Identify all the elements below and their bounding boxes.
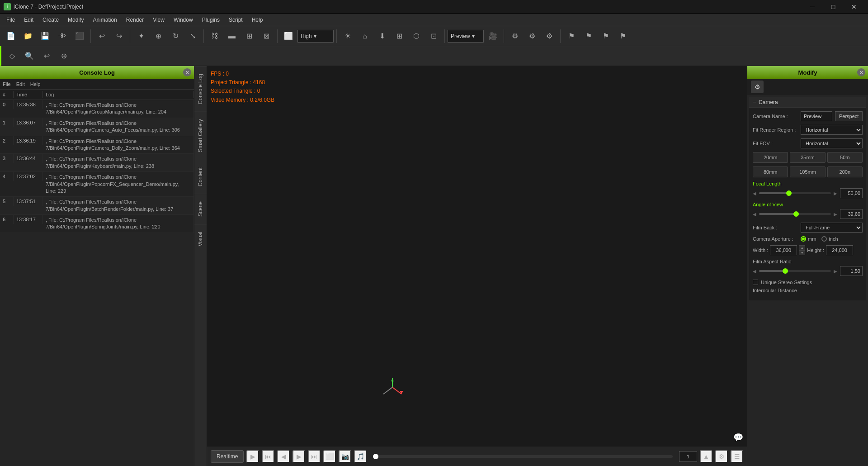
redo-button[interactable]: ↪ xyxy=(111,28,127,44)
menu-item-edit[interactable]: Edit xyxy=(19,15,38,25)
width-up[interactable]: ▲ xyxy=(799,245,805,250)
width-down[interactable]: ▼ xyxy=(799,250,805,255)
aperture-mm-radio[interactable] xyxy=(801,236,806,242)
log-row[interactable]: 3 13:36:44 , File: C:/Program Files/Real… xyxy=(0,154,194,172)
aperture-inch-radio[interactable] xyxy=(821,236,827,242)
film-back-dropdown[interactable]: Full-Frame xyxy=(801,223,863,233)
undo-button[interactable]: ↩ xyxy=(94,28,110,44)
film-aspect-input[interactable] xyxy=(840,266,863,276)
focal-35mm[interactable]: 35mm xyxy=(790,152,825,163)
frame-up[interactable]: ▲ xyxy=(700,450,712,463)
timeline-area[interactable] xyxy=(373,455,673,458)
side-tab-visual[interactable]: Visual xyxy=(194,224,207,253)
minimize-button[interactable]: ─ xyxy=(802,0,823,14)
aperture-mm-option[interactable]: mm xyxy=(801,236,816,242)
side-tab-scene[interactable]: Scene xyxy=(194,194,207,224)
angle-of-view-slider[interactable] xyxy=(759,213,831,215)
rotate-button[interactable]: ↻ xyxy=(167,28,184,44)
export-button[interactable]: ⬛ xyxy=(71,28,88,44)
focal-arrow-left[interactable]: ◀ xyxy=(753,191,756,196)
char-btn1[interactable]: ⚙ xyxy=(507,28,523,44)
focal-20mm[interactable]: 20mm xyxy=(753,152,788,163)
menu-item-help[interactable]: Help xyxy=(247,15,268,25)
unique-stereo-checkbox[interactable] xyxy=(753,280,758,285)
record-button[interactable]: ⬜ xyxy=(323,450,336,463)
modify-tab-settings[interactable]: ⚙ xyxy=(751,81,764,93)
log-row[interactable]: 0 13:35:38 , File: C:/Program Files/Real… xyxy=(0,100,194,118)
tb2-btn4[interactable]: ⊕ xyxy=(56,48,72,64)
mirror-button[interactable]: ⊞ xyxy=(241,28,257,44)
tb2-btn3[interactable]: ↩ xyxy=(38,48,55,64)
realtime-button[interactable]: Realtime xyxy=(211,450,244,463)
quality-dropdown[interactable]: High ▾ xyxy=(297,30,334,43)
width-input[interactable] xyxy=(770,245,797,255)
down-button[interactable]: ⬇ xyxy=(374,28,390,44)
menu-item-animation[interactable]: Animation xyxy=(88,15,121,25)
next-key-button[interactable]: ⏭ xyxy=(308,450,321,463)
menu-item-script[interactable]: Script xyxy=(224,15,247,25)
display2-button[interactable]: ⊡ xyxy=(425,28,442,44)
display-button[interactable]: ⬡ xyxy=(408,28,425,44)
scale-button[interactable]: ⤡ xyxy=(184,28,201,44)
log-row[interactable]: 1 13:36:07 , File: C:/Program Files/Real… xyxy=(0,118,194,136)
menu-item-file[interactable]: File xyxy=(2,15,19,25)
timeline-thumb[interactable] xyxy=(373,454,378,459)
film-aspect-slider[interactable] xyxy=(759,270,831,272)
focal-200n[interactable]: 200n xyxy=(827,166,863,177)
focal-105mm[interactable]: 105mm xyxy=(790,166,825,177)
char-btn3[interactable]: ⚙ xyxy=(541,28,557,44)
menu-item-window[interactable]: Window xyxy=(169,15,198,25)
move-button[interactable]: ⊕ xyxy=(150,28,166,44)
home-button[interactable]: ⌂ xyxy=(357,28,373,44)
anim-btn1[interactable]: ⚑ xyxy=(563,28,580,44)
mesh-button[interactable]: ⊠ xyxy=(258,28,274,44)
console-menu-file[interactable]: File xyxy=(3,81,11,87)
list-button[interactable]: ☰ xyxy=(731,450,743,463)
fit-render-dropdown[interactable]: Horizontal xyxy=(801,125,863,135)
anim-btn3[interactable]: ⚑ xyxy=(598,28,614,44)
focal-80mm[interactable]: 80mm xyxy=(753,166,788,177)
maximize-button[interactable]: □ xyxy=(823,0,844,14)
focal-50m[interactable]: 50m xyxy=(827,152,863,163)
aov-arrow-right[interactable]: ▶ xyxy=(834,212,837,217)
prev-key-button[interactable]: ⏮ xyxy=(262,450,274,463)
tb2-btn1[interactable]: ◇ xyxy=(4,48,20,64)
frame-input[interactable] xyxy=(679,451,697,462)
camera-button[interactable]: 🎥 xyxy=(485,28,501,44)
menu-item-view[interactable]: View xyxy=(148,15,169,25)
aspect-arrow-right[interactable]: ▶ xyxy=(834,269,837,274)
open-button[interactable]: 📁 xyxy=(20,28,36,44)
save-button[interactable]: 💾 xyxy=(37,28,53,44)
aov-arrow-left[interactable]: ◀ xyxy=(753,212,756,217)
side-tab-smart-gallery[interactable]: Smart Gallery xyxy=(194,111,207,159)
link-button[interactable]: ⛓ xyxy=(207,28,223,44)
play-button[interactable]: ▶ xyxy=(246,450,259,463)
menu-item-plugins[interactable]: Plugins xyxy=(198,15,224,25)
prev-frame-button[interactable]: ◀ xyxy=(277,450,290,463)
sun-button[interactable]: ☀ xyxy=(340,28,356,44)
menu-item-render[interactable]: Render xyxy=(122,15,148,25)
aspect-arrow-left[interactable]: ◀ xyxy=(753,269,756,274)
side-tab-console-log[interactable]: Console Log xyxy=(194,66,207,111)
message-icon[interactable]: 💬 xyxy=(733,433,743,442)
perspective-button[interactable]: Perspect xyxy=(835,111,863,121)
align-button[interactable]: ▬ xyxy=(224,28,240,44)
tb2-btn2[interactable]: 🔍 xyxy=(21,48,38,64)
viewport-mode-button[interactable]: ⬜ xyxy=(280,28,297,44)
focal-arrow-right[interactable]: ▶ xyxy=(834,191,837,196)
console-menu-help[interactable]: Help xyxy=(30,81,41,87)
preview-dropdown[interactable]: Preview ▾ xyxy=(448,30,484,43)
section-collapse-btn[interactable]: ─ xyxy=(753,100,756,105)
focal-length-input[interactable] xyxy=(840,188,863,198)
aperture-inch-option[interactable]: inch xyxy=(821,236,838,242)
log-row[interactable]: 6 13:38:17 , File: C:/Program Files/Real… xyxy=(0,215,194,233)
log-row[interactable]: 4 13:37:02 , File: C:/Program Files/Real… xyxy=(0,172,194,197)
console-close-button[interactable]: ✕ xyxy=(183,68,191,76)
capture-button[interactable]: 📷 xyxy=(339,450,351,463)
modify-close-button[interactable]: ✕ xyxy=(857,68,865,76)
log-row[interactable]: 2 13:36:19 , File: C:/Program Files/Real… xyxy=(0,136,194,154)
audio-button[interactable]: 🎵 xyxy=(354,450,367,463)
menu-item-modify[interactable]: Modify xyxy=(63,15,88,25)
preview-render-button[interactable]: 👁 xyxy=(54,28,71,44)
viewport-canvas[interactable]: FPS : 0 Project Triangle : 4168 Selected… xyxy=(207,66,747,446)
